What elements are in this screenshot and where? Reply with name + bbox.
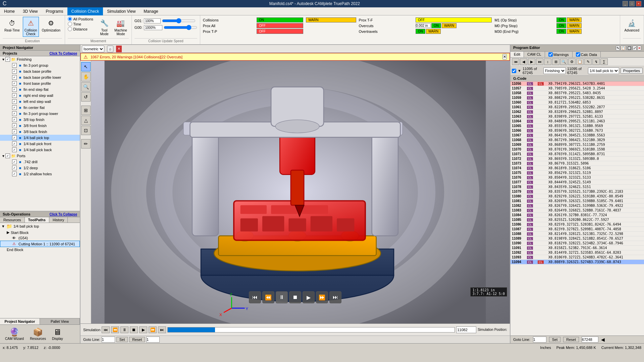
time-radio[interactable] (68, 22, 72, 26)
overcuts-warn[interactable]: WARN (442, 23, 457, 28)
tb-btn4[interactable]: ⏭ (536, 58, 543, 65)
m30-warn[interactable]: WARN (567, 29, 582, 34)
table-row[interactable]: 11066CLX0.8596Y0.3027Z1.516B0.7673 (511, 128, 644, 133)
overtravels-warn[interactable]: WARN (426, 29, 441, 34)
subop-g54[interactable]: 👁 (G54) (0, 235, 80, 241)
goto-reset-right-button[interactable]: Reset (563, 337, 579, 342)
goto-reset-right-input[interactable] (582, 337, 598, 343)
backbaseprofilelower-cb[interactable]: ✓ (12, 75, 17, 80)
tree-item-finishing[interactable]: ▼ ✓ 📁 Finishing (0, 56, 80, 62)
table-row[interactable]: 11061CLX0.8228Y0.2955Z1.5322B2.2877 (511, 105, 644, 110)
sim-prev-btn[interactable]: ⏪ (111, 326, 119, 333)
tool-mode-button[interactable]: 🔧 ToolMode (97, 17, 111, 37)
backbaseprofile-cb[interactable]: ✓ (12, 69, 17, 74)
sim-rewind-btn[interactable]: ⏮ (102, 326, 110, 333)
tab-pallet-view[interactable]: Pallet View (40, 318, 80, 324)
subop-endblock[interactable]: End Block (0, 247, 80, 252)
table-row[interactable]: 11063CLX0.8398Y0.2977Z1.525B1.6133 (511, 114, 644, 119)
table-row[interactable]: 11056CLCLX0.7941Y0.2963Z1.5437B3.4401 (511, 81, 644, 86)
goto-set-right-button[interactable]: Set (549, 337, 561, 342)
next-step-button[interactable]: ⏩ (316, 291, 328, 303)
properties-button[interactable]: Properties (621, 68, 643, 74)
goto-set-button[interactable]: Set (116, 337, 128, 342)
vp-tool8[interactable]: ✏ (81, 139, 91, 148)
table-row[interactable]: 11094CLCLX0.808Y0.3263Z1.5274B3.7339C-60… (511, 260, 644, 264)
tree-item-leftendstepwall[interactable]: ✓ ■ left end step wall (0, 99, 80, 105)
table-row[interactable]: 11091CLX0.8158Z1.523B2.7913C-66.3614 (511, 246, 644, 250)
window-controls[interactable]: _ □ × (623, 1, 641, 6)
tree-item-12deep[interactable]: ✓ ■ 1/2 deep (0, 165, 80, 171)
table-row[interactable]: 11082CLX0.8267Y0.3264Z1.5199B0.5363C-79.… (511, 203, 644, 208)
goto-line-input[interactable] (102, 337, 115, 343)
tb-btn7[interactable]: 🔍 (560, 58, 568, 65)
m0-on[interactable]: ON (556, 23, 566, 28)
table-row[interactable]: 11087CLX0.823Y0.3278Z1.5209B1.4087C-74.4… (511, 227, 644, 232)
menu-manage[interactable]: Manage (140, 7, 162, 15)
tree-item-frontbaseprofile[interactable]: ✓ ■ front base profile (0, 80, 80, 86)
tb-btn5[interactable]: ↕ (544, 58, 551, 65)
table-row[interactable]: 11088CLX0.8214Y0.3281Z1.5213B1.7325C-72.… (511, 232, 644, 236)
proxtp-off[interactable]: OFF (257, 29, 303, 34)
g00-slider[interactable] (164, 25, 197, 30)
fin3portgroup-cb[interactable]: ✓ (12, 63, 17, 68)
finishing-toggle[interactable]: ▼ (1, 58, 5, 61)
optimization-button[interactable]: ⚙ Optimization (40, 17, 62, 33)
viewport[interactable]: ↖ ✋ 🔍 ↺ ⊞ △ ⊡ ✏ (80, 61, 510, 323)
collision-check-button[interactable]: ⚠ CollisionCheck (23, 17, 39, 37)
overcuts-input[interactable] (416, 23, 431, 28)
table-row[interactable]: 11074CLX0.8618Y0.3186Z1.5106 (511, 166, 644, 171)
calc-data-checkbox[interactable] (576, 52, 580, 57)
warnings-checkbox[interactable] (548, 52, 553, 57)
menu-home[interactable]: Home (0, 7, 19, 15)
tab-toolpaths[interactable]: ToolPaths (25, 217, 49, 223)
table-row[interactable]: 11069CLX0.8689Y0.3077Z1.5111B0.2759 (511, 142, 644, 147)
projects-collapse[interactable]: Click To Collapse (49, 52, 77, 55)
tree-item-rightendstepwall[interactable]: ✓ ■ right end step wall (0, 93, 80, 99)
table-row[interactable]: 11084CLX0.8261Y0.327B0.8381C-77.7324 (511, 213, 644, 218)
menu-3dview[interactable]: 3D View (19, 7, 42, 15)
subop-startblock[interactable]: ▶ Start Block (0, 230, 80, 235)
tree-item-38topfinish[interactable]: ✓ ■ 3/8 top finish (0, 117, 80, 123)
vp-rotate-tool[interactable]: ↺ (81, 92, 91, 102)
advanced-button[interactable]: 🔬 Advanced (623, 17, 641, 33)
tree-item-14ballpicktop[interactable]: ✓ ■ 1/4 ball pick top (0, 135, 80, 141)
tb-btn12[interactable]: ∑ (600, 58, 608, 65)
sub-ops-collapse[interactable]: Click To Collapse (49, 213, 77, 216)
table-row[interactable]: 11057CLX0.7985Y0.2956Z1.5428 3.2544 (511, 86, 644, 91)
table-row[interactable]: 11070CLX0.8701Y0.3069Z1.5101B0.1598 (511, 147, 644, 152)
table-row[interactable]: 11067CLX0.8641Y0.3045Z1.5138B0.5563 (511, 133, 644, 138)
tree-item-fin3portgrouplower[interactable]: ✓ ■ fin 3 port group lower (0, 111, 80, 117)
proxall-off[interactable]: OFF (257, 23, 303, 28)
close-button[interactable]: × (636, 1, 641, 6)
table-row[interactable]: 11090CLX0.8182Y0.3282Z1.5234B2.3734C-68.… (511, 241, 644, 246)
cam-wizard-button[interactable]: 🔮 CAM Wizard (3, 326, 26, 342)
tab-resources[interactable]: Resources (0, 217, 25, 223)
table-row[interactable]: 11071CLX0.8703Y0.3114Z1.5095B0.0731 (511, 152, 644, 157)
tree-item-finendstepflat[interactable]: ✓ ■ fin end step flat (0, 86, 80, 93)
tool-select[interactable]: 1/4 ball pick to (588, 67, 619, 74)
table-row[interactable]: 11073CLX0.867Y0.3153Z1.5096 (511, 161, 644, 166)
vp-tool5[interactable]: ⊞ (81, 106, 91, 115)
overcuts-on[interactable]: ON (431, 23, 441, 28)
tree-item-backbaseprofilelower[interactable]: ✓ ■ back base profile lower (0, 74, 80, 80)
tb-btn11[interactable]: ↯ (592, 58, 600, 65)
play-button[interactable]: ▶ (303, 291, 315, 303)
all-positions-radio[interactable] (68, 17, 72, 21)
tab-calc-data[interactable]: Calc Data (573, 52, 601, 57)
table-row[interactable]: 11075CLX0.8562Y0.3213Z1.5119 (511, 171, 644, 175)
vp-zoom-tool[interactable]: 🔍 (81, 82, 91, 92)
sim-next-btn[interactable]: ⏩ (149, 326, 157, 333)
tb-btn8[interactable]: ⚙ (568, 58, 576, 65)
display-button[interactable]: 🖥 Display (50, 326, 65, 342)
tb-btn3[interactable]: ▶ (528, 58, 535, 65)
m0-warn[interactable]: WARN (567, 23, 582, 28)
g01-input[interactable] (144, 18, 161, 23)
collisions-on[interactable]: ON (257, 17, 303, 22)
tree-item-fin3portgroup[interactable]: ✓ ■ fin 3 port group (0, 62, 80, 68)
real-time-button[interactable]: ⏱ Real-Time (3, 17, 21, 33)
resources-button[interactable]: 📦 Resources (28, 326, 48, 342)
sim-play-btn[interactable]: ▶ (139, 326, 147, 333)
g00-input[interactable] (144, 25, 162, 30)
tree-item-38frontfinish[interactable]: ✓ ■ 3/8 front finish (0, 123, 80, 129)
simulation-progress-bar[interactable] (167, 327, 455, 333)
